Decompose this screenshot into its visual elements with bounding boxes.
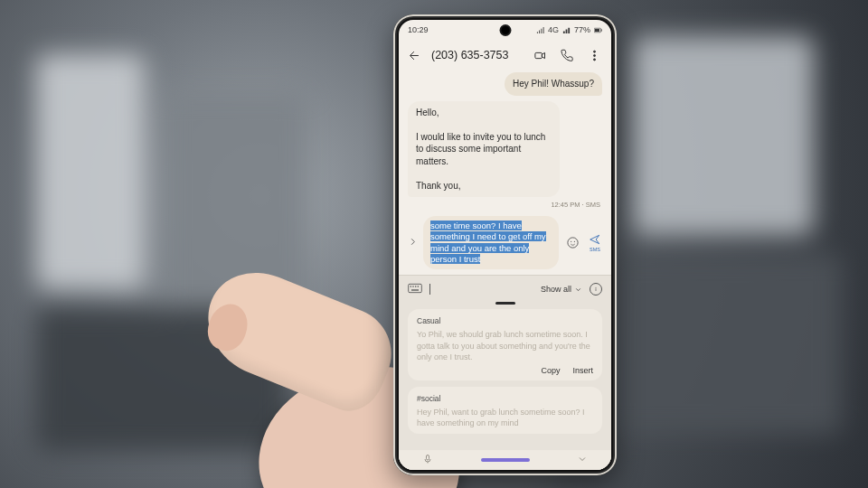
phone-screen: 10:29 4G 77% (203) 635-3753: [399, 20, 611, 470]
suggestion-body: Yo Phil, we should grab lunch sometime s…: [417, 329, 593, 361]
voice-call-button[interactable]: [557, 45, 577, 65]
more-menu-button[interactable]: [584, 45, 604, 65]
svg-rect-10: [409, 285, 422, 293]
panel-info-button[interactable]: [590, 283, 602, 296]
show-all-label: Show all: [541, 285, 571, 294]
show-all-button[interactable]: Show all: [541, 285, 582, 294]
compose-row: some time soon? I have something I need …: [399, 212, 611, 275]
back-button[interactable]: [404, 45, 424, 65]
suggestion-tag: Casual: [417, 316, 593, 325]
message-timestamp: 12:45 PM · SMS: [551, 201, 602, 209]
svg-rect-15: [411, 290, 419, 291]
status-network: 4G: [548, 25, 559, 34]
mic-icon: [422, 454, 433, 465]
phone-frame: 10:29 4G 77% (203) 635-3753: [393, 14, 617, 475]
battery-icon: [594, 26, 602, 34]
voice-input-button[interactable]: [422, 452, 433, 468]
info-icon: [592, 286, 599, 293]
svg-point-4: [593, 51, 595, 52]
keyboard-toggle-button[interactable]: [408, 281, 422, 297]
system-nav-bar: [399, 450, 611, 470]
phone-call-icon: [561, 49, 574, 62]
incoming-message[interactable]: Hello, I would like to invite you to lun…: [408, 101, 560, 198]
video-call-button[interactable]: [530, 45, 550, 65]
chevron-down-icon: [574, 286, 582, 294]
contact-title[interactable]: (203) 635-3753: [431, 49, 523, 61]
svg-point-6: [593, 58, 595, 60]
send-button[interactable]: SMS: [586, 233, 604, 252]
svg-rect-2: [601, 29, 602, 31]
svg-rect-3: [534, 52, 542, 58]
copy-button[interactable]: Copy: [541, 366, 560, 375]
status-battery: 77%: [574, 25, 590, 34]
video-call-icon: [533, 49, 547, 62]
smile-icon: [566, 236, 580, 249]
back-icon: [408, 49, 421, 62]
suggestion-panel: Show all Casual Yo Phil, we should grab …: [399, 275, 611, 470]
svg-point-5: [593, 54, 595, 56]
suggestion-card-social[interactable]: #social Hey Phil, want to grab lunch som…: [408, 387, 602, 434]
emoji-button[interactable]: [563, 236, 581, 249]
svg-rect-1: [595, 29, 599, 32]
svg-rect-12: [412, 286, 413, 287]
svg-rect-11: [410, 286, 411, 287]
collapse-panel-button[interactable]: [577, 452, 588, 468]
chevron-down-icon: [577, 454, 588, 465]
svg-point-8: [571, 241, 571, 242]
panel-input-cursor[interactable]: [429, 284, 430, 295]
outgoing-message[interactable]: Hey Phil! Whassup?: [505, 72, 602, 96]
svg-point-7: [567, 238, 577, 248]
send-label: SMS: [590, 247, 600, 252]
svg-rect-18: [427, 455, 429, 461]
suggestion-tag: #social: [417, 394, 593, 403]
more-vert-icon: [588, 49, 601, 62]
svg-point-16: [596, 287, 597, 288]
keyboard-icon: [408, 283, 422, 294]
svg-rect-14: [418, 286, 419, 287]
svg-point-9: [573, 241, 574, 242]
message-list: Hey Phil! Whassup? Hello, I would like t…: [399, 70, 611, 212]
compose-selected-text: some time soon? I have something I need …: [430, 221, 546, 264]
panel-drag-handle[interactable]: [495, 302, 515, 305]
chevron-right-icon: [408, 237, 418, 247]
status-time: 10:29: [408, 25, 429, 34]
conversation-header: (203) 635-3753: [399, 40, 611, 70]
expand-compose-button[interactable]: [406, 237, 419, 249]
svg-rect-13: [415, 286, 416, 287]
suggestion-body: Hey Phil, want to grab lunch sometime so…: [417, 407, 593, 428]
front-camera: [501, 26, 509, 34]
compose-input[interactable]: some time soon? I have something I need …: [423, 216, 559, 269]
suggestion-card-casual[interactable]: Casual Yo Phil, we should grab lunch som…: [408, 309, 602, 380]
insert-button[interactable]: Insert: [572, 366, 593, 375]
home-gesture-pill[interactable]: [481, 458, 530, 462]
svg-rect-17: [596, 289, 597, 292]
wifi-signal-icon: [562, 26, 571, 34]
send-icon: [588, 233, 602, 246]
network-signal-icon: [536, 26, 544, 34]
